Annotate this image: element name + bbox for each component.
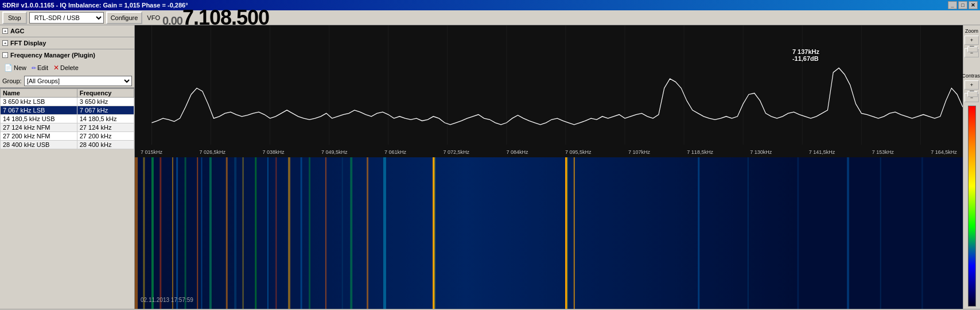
freqmgr-toolbar: 📄 New ✏ Edit ✕ Delete <box>0 61 134 75</box>
table-row[interactable]: 27 124 kHz NFM27 124 kHz <box>1 123 134 132</box>
svg-rect-25 <box>267 157 269 309</box>
svg-rect-35 <box>135 157 138 309</box>
table-row[interactable]: 14 180,5 kHz USB14 180,5 kHz <box>1 115 134 123</box>
freq-label-0: 7 015kHz <box>141 149 162 155</box>
svg-rect-45 <box>255 157 256 309</box>
fft-section: + FFT Display <box>0 37 134 49</box>
svg-rect-24 <box>234 157 236 309</box>
table-row[interactable]: 28 400 kHz USB28 400 kHz <box>1 141 134 149</box>
edit-button[interactable]: ✏ Edit <box>30 64 50 72</box>
table-row[interactable]: 27 200 kHz NFM27 200 kHz <box>1 132 134 141</box>
cell-name: 28 400 kHz USB <box>1 141 77 149</box>
title-text: SDR# v1.0.0.1165 - IQ Imbalance: Gain = … <box>2 2 948 9</box>
group-label: Group: <box>2 78 22 84</box>
col-name: Name <box>1 89 77 98</box>
table-row[interactable]: 3 650 kHz LSB3 650 kHz <box>1 98 134 106</box>
cell-name: 27 200 kHz NFM <box>1 132 77 141</box>
cell-name: 14 180,5 kHz USB <box>1 115 77 123</box>
stop-button[interactable]: Stop <box>2 11 27 24</box>
svg-rect-29 <box>698 157 699 309</box>
minimize-button[interactable]: _ <box>948 1 957 9</box>
cell-frequency: 14 180,5 kHz <box>77 115 134 123</box>
svg-rect-51 <box>367 157 368 309</box>
svg-rect-31 <box>797 157 799 309</box>
delete-label: Delete <box>60 64 79 71</box>
right-sidebar: Zoom + − Contrast + − <box>963 25 980 309</box>
contrast-plus-button[interactable]: + <box>965 80 979 90</box>
spectrum-area[interactable]: 0 -10 -20 -30 -40 -50 -60 -70 <box>135 25 963 157</box>
svg-rect-43 <box>226 157 228 309</box>
svg-rect-37 <box>151 157 154 309</box>
zoom-thumb <box>967 46 978 52</box>
table-row[interactable]: 7 067 kHz LSB7 067 kHz <box>1 106 134 115</box>
maximize-button[interactable]: □ <box>958 1 967 9</box>
svg-rect-18 <box>434 157 435 309</box>
freq-label-3: 7 049,5kHz <box>321 149 348 155</box>
contrast-label: Contrast <box>962 71 981 80</box>
contrast-slider[interactable] <box>970 91 974 92</box>
title-bar: SDR# v1.0.0.1165 - IQ Imbalance: Gain = … <box>0 0 980 10</box>
edit-label: Edit <box>37 64 48 71</box>
close-button[interactable]: ✕ <box>969 1 978 9</box>
freq-label-7: 7 095,5kHz <box>565 149 592 155</box>
svg-rect-33 <box>880 157 881 309</box>
freq-label-5: 7 072,5kHz <box>443 149 469 155</box>
zoom-label: Zoom <box>965 26 979 36</box>
contrast-thumb <box>967 91 978 97</box>
agc-header[interactable]: + AGC <box>0 25 134 37</box>
fft-toggle[interactable]: + <box>2 40 8 46</box>
waterfall-area[interactable]: 02.11.2013 17:57:59 <box>135 157 963 309</box>
svg-rect-48 <box>309 157 310 309</box>
svg-rect-28 <box>383 157 386 309</box>
new-button[interactable]: 📄 New <box>2 63 28 72</box>
svg-rect-23 <box>201 157 202 309</box>
main-toolbar: Stop RTL-SDR / USB Configure VFO 0.007.1… <box>0 10 980 25</box>
cursor-tooltip: 7 137kHz -11,67dB <box>792 48 819 62</box>
cell-frequency: 27 124 kHz <box>77 123 134 132</box>
freq-label-11: 7 141,5kHz <box>809 149 835 155</box>
fft-header[interactable]: + FFT Display <box>0 37 134 49</box>
group-row: Group: [All Groups] <box>0 75 134 87</box>
col-frequency: Frequency <box>77 89 134 98</box>
main-container: + AGC + FFT Display - Frequency Manager … <box>0 25 980 309</box>
window-controls: _ □ ✕ <box>948 1 978 9</box>
group-select[interactable]: [All Groups] <box>24 76 132 86</box>
agc-toggle[interactable]: + <box>2 28 8 34</box>
waterfall-timestamp: 02.11.2013 17:57:59 <box>141 297 193 303</box>
svg-rect-46 <box>275 157 277 309</box>
freq-label-4: 7 061kHz <box>384 149 406 155</box>
freq-label-2: 7 038kHz <box>262 149 284 155</box>
orange-band-left <box>433 157 434 309</box>
freqmgr-toggle[interactable]: - <box>2 52 8 58</box>
freqmgr-section: - Frequency Manager (Plugin) 📄 New ✏ Edi… <box>0 49 134 88</box>
svg-rect-40 <box>185 157 186 309</box>
spectrum-svg <box>135 25 963 157</box>
cell-name: 3 650 kHz LSB <box>1 98 77 106</box>
configure-button[interactable]: Configure <box>106 11 143 24</box>
freqmgr-header[interactable]: - Frequency Manager (Plugin) <box>0 49 134 61</box>
zoom-plus-button[interactable]: + <box>965 36 979 45</box>
svg-rect-32 <box>847 157 849 309</box>
cell-frequency: 3 650 kHz <box>77 98 134 106</box>
cell-name: 7 067 kHz LSB <box>1 106 77 115</box>
right-content: 0 -10 -20 -30 -40 -50 -60 -70 <box>135 25 963 309</box>
delete-button[interactable]: ✕ Delete <box>52 63 80 72</box>
zoom-slider[interactable] <box>970 46 974 47</box>
freq-label-8: 7 107kHz <box>628 149 650 155</box>
cell-frequency: 28 400 kHz <box>77 141 134 149</box>
svg-rect-22 <box>176 157 178 309</box>
orange-band-right <box>565 157 567 309</box>
waterfall-svg <box>135 157 963 309</box>
freq-label-10: 7 130kHz <box>750 149 772 155</box>
freq-label-6: 7 084kHz <box>506 149 528 155</box>
delete-icon: ✕ <box>53 64 59 72</box>
color-scale <box>968 106 976 307</box>
svg-rect-16 <box>135 157 963 309</box>
svg-rect-20 <box>567 157 567 309</box>
contrast-section: Contrast + − <box>963 70 980 103</box>
svg-rect-30 <box>748 157 749 309</box>
zoom-section: Zoom + − <box>963 25 980 59</box>
device-select[interactable]: RTL-SDR / USB <box>29 12 104 24</box>
freq-label-9: 7 118,5kHz <box>687 149 713 155</box>
freq-label-12: 7 153kHz <box>872 149 894 155</box>
